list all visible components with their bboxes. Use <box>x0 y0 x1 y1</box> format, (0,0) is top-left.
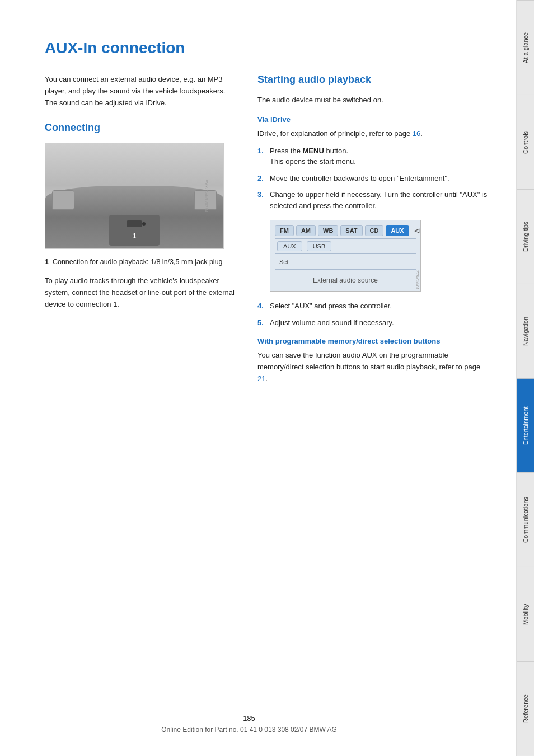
left-speaker <box>52 190 74 210</box>
tab-controls[interactable]: Controls <box>517 95 534 189</box>
list-item: 3. Change to upper field if necessary. T… <box>257 189 488 211</box>
tab-mobility[interactable]: Mobility <box>517 567 534 661</box>
tab-navigation-label: Navigation <box>522 317 529 346</box>
screen-image: FM AM WB SAT CD AUX ⊲ AUX USB <box>270 220 421 292</box>
list-item: 2. Move the controller backwards to open… <box>257 173 488 184</box>
two-col-layout: You can connect an external audio device… <box>45 74 488 390</box>
tab-controls-label: Controls <box>522 130 529 153</box>
screen-ext-label: External audio source <box>275 272 416 287</box>
car-image-box: 1 EVX/Cab/L/02/N <box>45 143 224 249</box>
screen-nav-icon: ⊲ <box>414 226 420 235</box>
main-content: AUX-In connection You can connect an ext… <box>0 0 516 756</box>
audio-device-text: The audio device must be switched on. <box>257 95 488 106</box>
screen-divider-3 <box>275 269 416 270</box>
step-3-num: 3. <box>257 189 265 211</box>
caption-number: 1 <box>45 258 49 266</box>
screen-usb-btn: USB <box>307 241 332 251</box>
screen-aux-sub-btn: AUX <box>277 241 302 251</box>
center-console <box>109 215 160 246</box>
tab-communications[interactable]: Communications <box>517 472 534 567</box>
intro-text: You can connect an external audio device… <box>45 74 235 109</box>
screen-set-label: Set <box>277 257 291 266</box>
tab-navigation[interactable]: Navigation <box>517 284 534 378</box>
tab-entertainment-label: Entertainment <box>522 406 529 444</box>
jack-tip <box>142 222 146 226</box>
screen-divider <box>275 238 416 239</box>
programmable-text: You can save the function audio AUX on t… <box>257 350 488 384</box>
body-text: To play audio tracks through the vehicle… <box>45 275 235 310</box>
image-number-label: 1 <box>133 232 137 240</box>
step-5-num: 5. <box>257 317 265 328</box>
page-footer: 185 Online Edition for Part no. 01 41 0 … <box>0 714 498 734</box>
screen-divider-2 <box>275 253 416 254</box>
tab-entertainment[interactable]: Entertainment <box>517 378 534 473</box>
list-item: 4. Select "AUX" and press the controller… <box>257 300 488 312</box>
tab-driving-tips[interactable]: Driving tips <box>517 189 534 284</box>
page-16-link[interactable]: 16 <box>413 129 420 138</box>
screen-sat-btn: SAT <box>340 225 362 236</box>
step-5-content: Adjust volume and sound if necessary. <box>270 317 488 328</box>
step-3-content: Change to upper field if necessary. Turn… <box>270 189 488 211</box>
screen-watermark: Z78/Ctrl/61 <box>415 270 419 290</box>
starting-playback-heading: Starting audio playback <box>257 74 488 86</box>
tab-reference[interactable]: Reference <box>517 661 534 756</box>
steps-list: 1. Press the MENU button.This opens the … <box>257 145 488 212</box>
screen-am-btn: AM <box>296 225 316 236</box>
via-idrive-heading: Via iDrive <box>257 115 488 124</box>
screen-fm-btn: FM <box>275 225 294 236</box>
screen-aux-btn-active: AUX <box>386 225 409 236</box>
jack-icon <box>127 220 142 227</box>
step-1-content: Press the MENU button.This opens the sta… <box>270 145 488 167</box>
screen-sub-row: AUX USB <box>275 241 416 251</box>
screen-set-row: Set <box>275 256 416 267</box>
idrive-intro-text: iDrive, for explanation of principle, re… <box>257 128 488 140</box>
sidebar-tabs: At a glance Controls Driving tips Naviga… <box>516 0 534 756</box>
right-column: Starting audio playback The audio device… <box>257 74 488 390</box>
caption-text: Connection for audio playback: 1/8 in/3,… <box>53 258 223 266</box>
tab-at-a-glance[interactable]: At a glance <box>517 0 534 95</box>
left-column: You can connect an external audio device… <box>45 74 235 390</box>
page-21-link[interactable]: 21 <box>257 374 265 383</box>
tab-at-a-glance-label: At a glance <box>522 32 529 63</box>
tab-communications-label: Communications <box>522 497 529 543</box>
step-2-num: 2. <box>257 173 265 184</box>
step-4-content: Select "AUX" and press the controller. <box>270 300 488 312</box>
page-wrapper: AUX-In connection You can connect an ext… <box>0 0 534 756</box>
list-item: 1. Press the MENU button.This opens the … <box>257 145 488 167</box>
image-watermark: EVX/Cab/L/02/N <box>204 180 208 212</box>
connection-caption: 1 Connection for audio playback: 1/8 in/… <box>45 257 235 267</box>
footer-text: Online Edition for Part no. 01 41 0 013 … <box>0 726 498 734</box>
screen-wb-btn: WB <box>318 225 338 236</box>
tab-driving-tips-label: Driving tips <box>522 221 529 251</box>
step-4-num: 4. <box>257 300 265 312</box>
tab-reference-label: Reference <box>522 695 529 724</box>
tab-mobility-label: Mobility <box>522 604 529 625</box>
step-1-num: 1. <box>257 145 265 167</box>
steps-list-2: 4. Select "AUX" and press the controller… <box>257 300 488 328</box>
list-item: 5. Adjust volume and sound if necessary. <box>257 317 488 328</box>
page-number: 185 <box>0 714 498 722</box>
connecting-heading: Connecting <box>45 122 235 134</box>
programmable-subheading: With programmable memory/direct selectio… <box>257 337 488 345</box>
screen-cd-btn: CD <box>365 225 384 236</box>
page-title: AUX-In connection <box>45 39 488 57</box>
step-2-content: Move the controller backwards to open "E… <box>270 173 488 184</box>
screen-tab-row: FM AM WB SAT CD AUX ⊲ <box>275 225 416 236</box>
